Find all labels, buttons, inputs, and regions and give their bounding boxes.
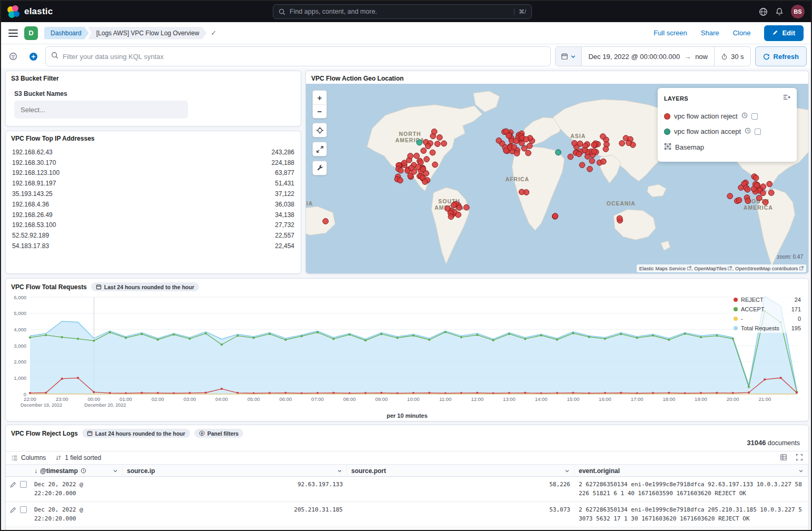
map-dot-reject[interactable] [760, 190, 766, 196]
map-dot-reject[interactable] [506, 133, 512, 139]
map-dot-reject[interactable] [409, 165, 414, 171]
map-dot-reject[interactable] [431, 129, 437, 135]
time-range-badge[interactable]: Last 24 hours rounded to the hour [82, 429, 190, 438]
map-dot-reject[interactable] [457, 205, 462, 211]
map-dot-reject[interactable] [408, 153, 413, 159]
column-header-source-port[interactable]: source.port [347, 465, 575, 477]
map-dot-reject[interactable] [496, 137, 502, 143]
map-dot-reject[interactable] [552, 213, 558, 219]
map-dot-reject[interactable] [754, 182, 760, 188]
map-dot-reject[interactable] [736, 198, 742, 203]
edit-button[interactable]: Edit [764, 25, 804, 41]
map-dot-reject[interactable] [568, 154, 573, 160]
map-dot-reject[interactable] [414, 153, 420, 159]
collapse-layers-icon[interactable] [783, 93, 790, 103]
map-dot-reject[interactable] [430, 150, 435, 155]
row-checkbox[interactable] [20, 506, 27, 513]
map-dot-reject[interactable] [760, 184, 766, 190]
map-zoom-in-button[interactable]: + [313, 91, 326, 104]
map-dot-reject[interactable] [421, 148, 427, 154]
legend-item[interactable]: -0 [734, 314, 801, 323]
ip-bar-row[interactable]: 192.168.4.3636,038 [7, 199, 300, 210]
map-dot-reject[interactable] [463, 204, 469, 210]
alerts-bell-icon[interactable] [775, 7, 784, 16]
ip-bar-row[interactable]: 192.168.30.170224,188 [7, 158, 300, 168]
map-dot-reject[interactable] [572, 141, 578, 146]
refresh-button[interactable]: Refresh [755, 46, 807, 66]
map-dot-reject[interactable] [763, 200, 768, 205]
map-dot-reject[interactable] [503, 148, 509, 153]
map-dot-reject[interactable] [424, 156, 430, 162]
map-dot-reject[interactable] [589, 158, 595, 164]
table-row[interactable] [6, 527, 808, 531]
add-filter-icon[interactable] [25, 48, 41, 64]
map-dot-reject[interactable] [521, 145, 527, 151]
layer-item[interactable]: vpc flow action accept [664, 124, 790, 139]
ip-bar-row[interactable]: 35.193.143.2537,122 [7, 189, 300, 199]
row-checkbox[interactable] [20, 481, 27, 488]
fullscreen-icon[interactable] [796, 454, 803, 463]
layer-item[interactable]: Basemap [664, 139, 790, 155]
map-dot-reject[interactable] [527, 143, 532, 149]
map-dot-reject[interactable] [576, 151, 582, 157]
space-avatar[interactable]: D [24, 26, 38, 40]
map-dot-reject[interactable] [514, 151, 520, 156]
menu-hamburger-icon[interactable] [8, 30, 18, 37]
map-dot-reject[interactable] [408, 173, 413, 179]
share-link[interactable]: Share [701, 29, 719, 37]
attribution-link[interactable]: OpenMapTiles , [694, 266, 734, 271]
cloud-icon[interactable] [759, 7, 768, 16]
map-dot-reject[interactable] [579, 162, 585, 168]
saved-query-icon[interactable] [5, 48, 21, 64]
map-dot-reject[interactable] [619, 141, 625, 146]
map-dot-reject[interactable] [519, 189, 524, 195]
legend-item[interactable]: Total Requests195 [734, 323, 801, 333]
ip-bar-row[interactable]: 192.168.123.10063,877 [7, 168, 300, 179]
table-row[interactable]: Dec 20, 2022 @ 22:20:20.000205.210.31.18… [6, 502, 808, 527]
map-dot-reject[interactable] [425, 143, 431, 149]
map-dot-reject[interactable] [745, 198, 751, 204]
map-dot-reject[interactable] [451, 202, 457, 208]
map-dot-reject[interactable] [523, 136, 529, 142]
breadcrumb-dashboard[interactable]: Dashboard [44, 27, 89, 40]
map-dot-reject[interactable] [448, 214, 454, 220]
map-dot-reject[interactable] [591, 149, 597, 154]
s3-bucket-select[interactable] [14, 101, 188, 119]
ip-bar-row[interactable]: 192.168.91.19751,431 [7, 178, 300, 189]
map-dot-reject[interactable] [434, 141, 440, 147]
map-dot-reject[interactable] [432, 162, 438, 168]
map-dot-reject[interactable] [437, 134, 442, 140]
map-tools-wrench-icon[interactable] [313, 161, 326, 175]
map-dot-reject[interactable] [513, 138, 519, 144]
legend-item[interactable]: REJECT24 [734, 295, 801, 304]
map-dot-reject[interactable] [401, 160, 407, 166]
map-dot-accept[interactable] [556, 150, 561, 155]
kql-query-input[interactable] [63, 53, 545, 61]
map-dot-reject[interactable] [603, 146, 609, 152]
layer-checkbox[interactable] [751, 113, 758, 120]
map-dot-reject[interactable] [577, 141, 583, 146]
map-set-view-icon[interactable] [313, 123, 326, 137]
attribution-link[interactable]: Elastic Maps Service , [639, 266, 692, 271]
map-dot-reject[interactable] [756, 195, 762, 201]
layer-item[interactable]: vpc flow action reject [664, 109, 790, 124]
map-dot-reject[interactable] [626, 140, 632, 146]
map-dot-reject[interactable] [587, 166, 593, 172]
map-dot-reject[interactable] [745, 186, 750, 192]
expand-document-icon[interactable] [10, 481, 16, 488]
layer-checkbox[interactable] [755, 129, 761, 135]
clone-link[interactable]: Clone [732, 29, 750, 37]
display-options-icon[interactable] [780, 454, 787, 463]
table-row[interactable]: Dec 20, 2022 @ 22:20:20.00092.63.197.133… [6, 477, 808, 502]
ip-bar-row[interactable]: 192.168.26.4934,138 [7, 210, 300, 220]
ip-bar-row[interactable]: 54.183.17.8322,454 [7, 241, 300, 251]
expand-document-icon[interactable] [10, 507, 16, 513]
map-dot-reject[interactable] [617, 215, 622, 221]
sort-fields-button[interactable]: 1 field sorted [55, 454, 101, 461]
full-screen-link[interactable]: Full screen [653, 29, 687, 37]
map-dot-reject[interactable] [398, 168, 404, 173]
map-dot-reject[interactable] [511, 144, 517, 150]
global-search-input[interactable]: Find apps, content, and more. ⌘/ [273, 4, 532, 19]
column-header--timestamp[interactable]: ↓@timestamp [30, 465, 123, 477]
ip-bar-row[interactable]: 192.168.53.10027,732 [7, 220, 300, 231]
